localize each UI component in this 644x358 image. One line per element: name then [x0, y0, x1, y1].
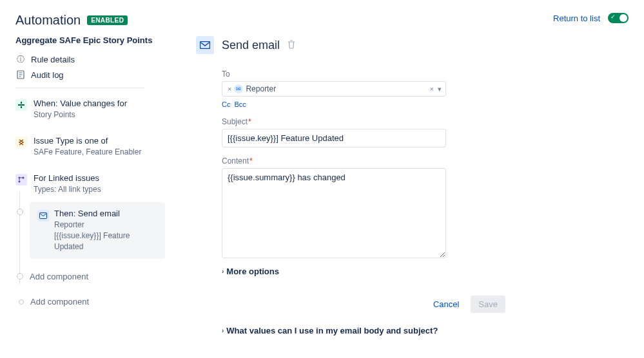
save-button[interactable]: Save [471, 296, 505, 313]
top-actions: Return to list [553, 13, 629, 23]
trigger-content: When: Value changes for Story Points [34, 99, 165, 120]
trigger-step[interactable]: When: Value changes for Story Points [15, 99, 165, 120]
clear-all-icon[interactable]: × [430, 85, 434, 93]
branch-title: For Linked issues [34, 173, 165, 183]
condition-content: Issue Type is one of SAFe Feature, Featu… [34, 136, 165, 158]
main-panel: Return to list Send email To × ✉ Reporte… [181, 0, 644, 358]
help-section: › What values can I use in my email body… [222, 326, 446, 335]
more-options-expander[interactable]: › More options [222, 267, 446, 276]
condition-title: Issue Type is one of [34, 136, 165, 146]
add-component-nested[interactable]: Add component [30, 269, 165, 284]
smart-values-expander[interactable]: › What values can I use in my email body… [222, 326, 446, 335]
outer-add-wrapper: Add component [15, 297, 165, 306]
recipient-name: Reporter [246, 84, 276, 93]
info-icon: ⓘ [15, 54, 26, 64]
return-to-list-link[interactable]: Return to list [553, 14, 600, 23]
to-label: To [222, 70, 446, 79]
subject-label: Subject [222, 117, 446, 126]
content-textarea[interactable]: {{issue.summary}} has changed [222, 168, 446, 258]
rule-name[interactable]: Aggregate SAFe Epic Story Points [15, 35, 165, 45]
button-row: Cancel Save [222, 296, 505, 313]
remove-recipient-icon[interactable]: × [228, 85, 231, 93]
document-icon [15, 70, 26, 80]
add-dot-icon [19, 299, 24, 305]
recipient-tag: × ✉ Reporter [226, 84, 277, 93]
panel-email-icon [196, 36, 214, 54]
audit-log-label: Audit log [31, 70, 64, 80]
action-step-wrapper: Then: Send email Reporter [{{issue.key}}… [30, 202, 165, 258]
sidebar-header: Automation ENABLED [15, 13, 165, 28]
svg-rect-5 [18, 104, 24, 106]
rule-sidebar: Automation ENABLED Aggregate SAFe Epic S… [0, 0, 181, 358]
branch-desc: Types: All link types [34, 184, 165, 195]
more-options-label: More options [226, 267, 279, 276]
delete-icon[interactable] [288, 40, 295, 51]
cc-bcc-row: Cc Bcc [222, 100, 446, 108]
condition-step[interactable]: Issue Type is one of SAFe Feature, Featu… [15, 136, 165, 158]
to-field-controls: × ▾ [430, 85, 442, 93]
rule-enabled-toggle[interactable] [608, 13, 629, 23]
caret-right-icon: › [222, 327, 224, 334]
email-icon [37, 210, 49, 221]
audit-log-link[interactable]: Audit log [15, 67, 165, 82]
meta-list: ⓘ Rule details Audit log [15, 52, 165, 82]
caret-right-icon: › [222, 268, 224, 275]
trigger-desc: Story Points [34, 109, 165, 120]
svg-rect-4 [21, 102, 22, 104]
trigger-icon [15, 99, 27, 111]
add-component-outer[interactable]: Add component [30, 297, 89, 306]
send-email-action-card[interactable]: Then: Send email Reporter [{{issue.key}}… [30, 202, 165, 258]
condition-desc: SAFe Feature, Feature Enabler [34, 147, 165, 158]
chevron-down-icon[interactable]: ▾ [438, 85, 442, 93]
branch-step[interactable]: For Linked issues Types: All link types [15, 173, 165, 195]
rule-details-label: Rule details [31, 55, 75, 64]
condition-icon [15, 137, 27, 148]
svg-point-9 [19, 180, 21, 182]
action-card-content: Then: Send email Reporter [{{issue.key}}… [54, 209, 157, 252]
panel-header: Send email [196, 36, 629, 54]
rule-details-link[interactable]: ⓘ Rule details [15, 52, 165, 67]
recipient-avatar-icon: ✉ [234, 84, 243, 93]
branch-icon [15, 174, 27, 185]
trigger-title: When: Value changes for [34, 99, 165, 108]
branch-children: Then: Send email Reporter [{{issue.key}}… [30, 202, 165, 283]
cc-link[interactable]: Cc [222, 100, 230, 108]
enabled-badge: ENABLED [87, 15, 128, 25]
automation-title: Automation [15, 13, 81, 28]
action-card-line1: Reporter [54, 220, 157, 231]
svg-rect-6 [21, 106, 22, 108]
branch-content: For Linked issues Types: All link types [34, 173, 165, 195]
smart-values-label: What values can I use in my email body a… [226, 326, 438, 335]
action-card-line2: [{{issue.key}}] Feature Updated [54, 231, 157, 252]
panel-title: Send email [222, 39, 280, 52]
subject-input[interactable] [222, 129, 446, 147]
cancel-button[interactable]: Cancel [425, 296, 467, 313]
to-field[interactable]: × ✉ Reporter × ▾ [222, 81, 446, 97]
action-card-title: Then: Send email [54, 209, 157, 218]
content-label: Content [222, 156, 446, 165]
svg-point-7 [19, 176, 21, 178]
email-form: To × ✉ Reporter × ▾ Cc Bcc Subject Co [222, 70, 446, 276]
bcc-link[interactable]: Bcc [234, 100, 246, 108]
divider [15, 88, 144, 88]
step-list: When: Value changes for Story Points Iss… [15, 99, 165, 306]
